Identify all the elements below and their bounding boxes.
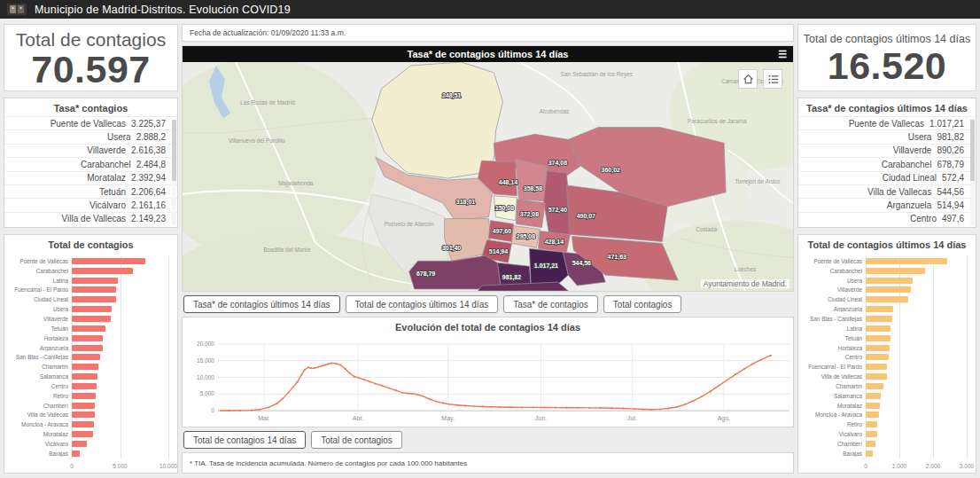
- bar-row-hortaleza[interactable]: Hortaleza: [10, 335, 168, 341]
- home-icon[interactable]: [738, 69, 758, 89]
- table-scrollbar[interactable]: [172, 120, 176, 225]
- bar[interactable]: [866, 286, 911, 293]
- table-row[interactable]: Tetuán2.206,64: [4, 184, 177, 198]
- table-row[interactable]: Villaverde2.616,38: [4, 144, 177, 157]
- bar[interactable]: [72, 403, 95, 409]
- table-row[interactable]: Villaverde890,26: [798, 144, 976, 157]
- bar[interactable]: [866, 316, 892, 322]
- bar[interactable]: [866, 258, 947, 264]
- bar[interactable]: [866, 411, 879, 418]
- bar[interactable]: [72, 268, 133, 274]
- bar-row-san-blas-canillejas[interactable]: San Blas - Canillejas: [804, 316, 967, 322]
- bar[interactable]: [72, 316, 111, 322]
- table-row[interactable]: Villa de Vallecas2.149,23: [4, 212, 177, 225]
- table-row[interactable]: Puente de Vallecas1.017,21: [798, 116, 976, 129]
- bar-row-chamartín[interactable]: Chamartín: [804, 383, 967, 389]
- bar[interactable]: [72, 325, 105, 332]
- bar[interactable]: [72, 345, 103, 351]
- table-row[interactable]: Moratalaz2.392,94: [4, 171, 177, 184]
- tab-total-contagios[interactable]: Total contagios: [603, 295, 682, 313]
- bar-row-centro[interactable]: Centro: [10, 383, 168, 389]
- table-row[interactable]: Ciudad Lineal572,4: [798, 171, 976, 184]
- bar-row-moratalaz[interactable]: Moratalaz: [10, 431, 168, 437]
- bar-row-villaverde[interactable]: Villaverde: [10, 316, 168, 322]
- bar[interactable]: [72, 383, 97, 389]
- bar-row-hortaleza[interactable]: Hortaleza: [804, 345, 967, 351]
- bar-row-ciudad-lineal[interactable]: Ciudad Lineal: [804, 296, 967, 302]
- bar[interactable]: [72, 278, 118, 284]
- choropleth-map[interactable]: 248,51374,08360,02448,14358,58572,40490,…: [183, 62, 793, 291]
- tab-total-de-contagios-últimos-14-días[interactable]: Total de contagios últimos 14 días: [346, 295, 499, 313]
- bar-row-centro[interactable]: Centro: [804, 354, 967, 360]
- table-row[interactable]: Villa de Vallecas544,56: [798, 184, 976, 198]
- tab-tasa-de-contagios-últimos-14-días[interactable]: Tasa* de contagios últimos 14 días: [183, 295, 340, 313]
- tab-tasa-de-contagios[interactable]: Tasa* de contagios: [503, 295, 598, 313]
- bar[interactable]: [866, 278, 913, 284]
- bar-row-villa-de-vallecas[interactable]: Villa de Vallecas: [10, 411, 168, 418]
- bar-row-vicálvaro[interactable]: Vicálvaro: [10, 441, 168, 447]
- bar[interactable]: [866, 354, 889, 360]
- bar-row-vicálvaro[interactable]: Vicálvaro: [804, 431, 967, 437]
- bar-row-latina[interactable]: Latina: [10, 278, 168, 284]
- bar-row-carabanchel[interactable]: Carabanchel: [804, 268, 967, 274]
- bar-row-puente-de-vallecas[interactable]: Puente de Vallecas: [804, 258, 967, 264]
- district-chamartín[interactable]: [515, 159, 547, 201]
- bar-row-moratalaz[interactable]: Moratalaz: [804, 403, 967, 409]
- bar[interactable]: [72, 431, 93, 437]
- bar[interactable]: [866, 441, 875, 447]
- tab-total-de-contagios[interactable]: Total de contagios: [311, 431, 402, 449]
- table-row[interactable]: Arganzuela514,94: [798, 198, 976, 211]
- bar-row-san-blas-canillejas[interactable]: San Blas - Canillejas: [10, 354, 168, 360]
- bar[interactable]: [72, 364, 98, 370]
- bar[interactable]: [866, 421, 877, 427]
- bar-row-fuencarral-el-pardo[interactable]: Fuencarral - El Pardo: [804, 364, 967, 370]
- bar-row-usera[interactable]: Usera: [10, 306, 168, 312]
- bar[interactable]: [72, 335, 103, 341]
- table-row[interactable]: Usera981,82: [798, 129, 976, 143]
- bar-row-arganzuela[interactable]: Arganzuela: [10, 345, 168, 351]
- bar-row-retiro[interactable]: Retiro: [10, 393, 168, 399]
- bar[interactable]: [72, 421, 94, 427]
- bar-row-salamanca[interactable]: Salamanca: [804, 393, 967, 399]
- bar-row-latina[interactable]: Latina: [804, 325, 967, 332]
- bar[interactable]: [866, 364, 887, 370]
- table-row[interactable]: Carabanchel2.484,8: [4, 157, 177, 170]
- table-row[interactable]: Vicálvaro2.161,16: [4, 198, 177, 211]
- bar[interactable]: [866, 306, 893, 312]
- bar[interactable]: [72, 411, 95, 418]
- bar[interactable]: [866, 296, 908, 302]
- map-canvas[interactable]: 248,51374,08360,02448,14358,58572,40490,…: [183, 62, 793, 291]
- bar[interactable]: [72, 441, 87, 447]
- bar[interactable]: [72, 354, 100, 360]
- table-row[interactable]: Puente de Vallecas3.225,37: [4, 116, 177, 129]
- table-row[interactable]: Centro497,6: [798, 212, 976, 225]
- bar-row-barajas[interactable]: Barajas: [10, 451, 168, 457]
- bar-row-tetuán[interactable]: Tetuán: [804, 335, 967, 341]
- bar-row-salamanca[interactable]: Salamanca: [10, 373, 168, 380]
- bar-row-carabanchel[interactable]: Carabanchel: [10, 268, 168, 274]
- bar-row-moncloa-aravaca[interactable]: Moncloa - Aravaca: [804, 411, 967, 418]
- bar[interactable]: [72, 393, 96, 399]
- bar-row-fuencarral-el-pardo[interactable]: Fuencarral - El Pardo: [10, 286, 168, 293]
- bar-row-moncloa-aravaca[interactable]: Moncloa - Aravaca: [10, 421, 168, 427]
- bar[interactable]: [72, 306, 112, 312]
- bar[interactable]: [866, 431, 877, 437]
- bar[interactable]: [72, 286, 116, 293]
- bar-row-arganzuela[interactable]: Arganzuela: [804, 306, 967, 312]
- tab-total-de-contagios-14-días[interactable]: Total de contagios 14 días: [183, 431, 306, 449]
- bar[interactable]: [72, 451, 80, 457]
- evolution-line[interactable]: [221, 356, 771, 411]
- legend-list-icon[interactable]: [763, 69, 782, 89]
- bar-row-villa-de-vallecas[interactable]: Villa de Vallecas: [804, 373, 967, 380]
- bar[interactable]: [866, 373, 887, 380]
- bar[interactable]: [866, 451, 873, 457]
- bar-row-tetuán[interactable]: Tetuán: [10, 325, 168, 332]
- table-row[interactable]: Usera2.888,2: [4, 129, 177, 143]
- bar-row-puente-de-vallecas[interactable]: Puente de Vallecas: [10, 258, 168, 264]
- bar-row-barajas[interactable]: Barajas: [804, 451, 967, 457]
- map-menu-icon[interactable]: ☰: [778, 46, 787, 62]
- bar[interactable]: [72, 296, 116, 302]
- bar[interactable]: [72, 258, 145, 264]
- bar-row-retiro[interactable]: Retiro: [804, 421, 967, 427]
- table-row[interactable]: Carabanchel678,79: [798, 157, 976, 170]
